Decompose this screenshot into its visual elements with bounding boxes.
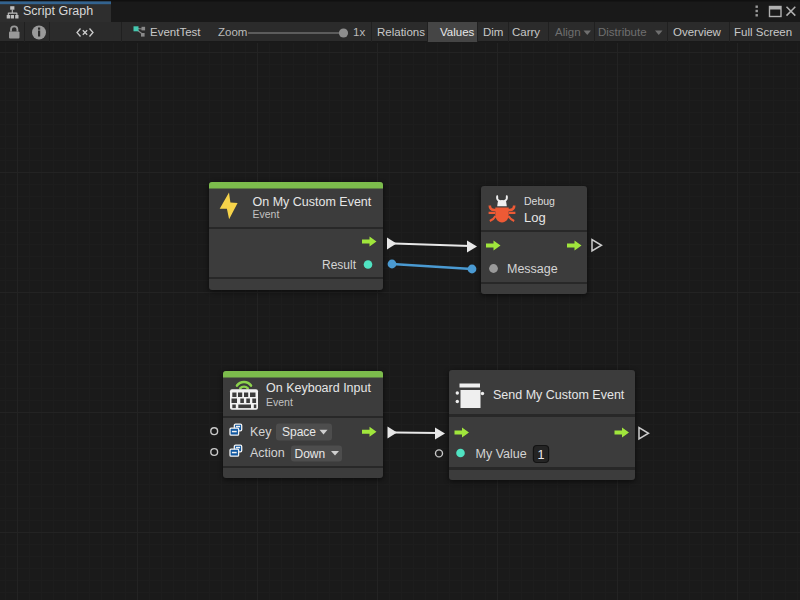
svg-text:Message: Message [507,262,558,276]
svg-text:Send My Custom Event: Send My Custom Event [493,388,625,402]
svg-text:Log: Log [524,210,546,225]
svg-text:Key: Key [250,425,272,439]
svg-text:Down: Down [295,447,326,461]
svg-text:1: 1 [538,448,545,462]
svg-text:On Keyboard Input: On Keyboard Input [266,381,371,395]
svg-text:My Value: My Value [476,447,527,461]
svg-text:Debug: Debug [524,195,555,207]
svg-text:On My Custom Event: On My Custom Event [253,195,372,209]
svg-text:Action: Action [250,446,285,460]
svg-text:Event: Event [253,208,280,220]
svg-text:Space: Space [282,425,316,439]
svg-text:Result: Result [322,258,357,272]
svg-text:Event: Event [266,396,293,408]
